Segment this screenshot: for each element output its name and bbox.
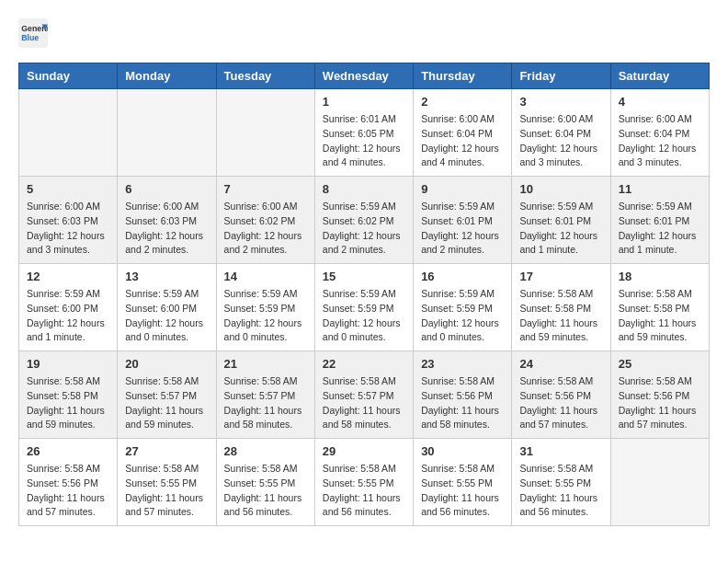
day-info: Sunrise: 5:59 AM Sunset: 6:01 PM Dayligh… — [619, 200, 701, 258]
day-info: Sunrise: 6:00 AM Sunset: 6:04 PM Dayligh… — [619, 112, 701, 170]
day-info: Sunrise: 5:59 AM Sunset: 6:00 PM Dayligh… — [27, 287, 109, 345]
day-info: Sunrise: 5:59 AM Sunset: 6:00 PM Dayligh… — [125, 287, 208, 345]
day-info: Sunrise: 5:58 AM Sunset: 5:58 PM Dayligh… — [27, 374, 109, 432]
day-number: 31 — [519, 444, 602, 458]
day-number: 19 — [27, 357, 109, 371]
column-header-sunday: Sunday — [19, 63, 118, 89]
day-number: 30 — [421, 444, 504, 458]
day-number: 7 — [224, 182, 307, 196]
day-info: Sunrise: 5:58 AM Sunset: 5:55 PM Dayligh… — [519, 462, 602, 520]
calendar-cell: 28Sunrise: 5:58 AM Sunset: 5:55 PM Dayli… — [216, 439, 314, 526]
day-number: 25 — [619, 357, 701, 371]
calendar-cell: 14Sunrise: 5:59 AM Sunset: 5:59 PM Dayli… — [216, 264, 314, 351]
day-info: Sunrise: 6:01 AM Sunset: 6:05 PM Dayligh… — [323, 112, 405, 170]
day-number: 1 — [323, 95, 405, 109]
day-number: 11 — [619, 182, 701, 196]
calendar-cell: 5Sunrise: 6:00 AM Sunset: 6:03 PM Daylig… — [19, 177, 118, 264]
day-number: 26 — [27, 444, 109, 458]
column-header-thursday: Thursday — [414, 63, 512, 89]
day-info: Sunrise: 5:58 AM Sunset: 5:58 PM Dayligh… — [519, 287, 602, 345]
day-number: 13 — [125, 270, 208, 283]
day-info: Sunrise: 6:00 AM Sunset: 6:03 PM Dayligh… — [27, 200, 109, 258]
day-info: Sunrise: 6:00 AM Sunset: 6:03 PM Dayligh… — [125, 200, 208, 258]
calendar-cell: 31Sunrise: 5:58 AM Sunset: 5:55 PM Dayli… — [512, 439, 610, 526]
logo: General Blue — [18, 18, 51, 48]
calendar-cell: 2Sunrise: 6:00 AM Sunset: 6:04 PM Daylig… — [414, 89, 512, 177]
day-info: Sunrise: 5:59 AM Sunset: 5:59 PM Dayligh… — [224, 287, 307, 345]
calendar-week-row: 5Sunrise: 6:00 AM Sunset: 6:03 PM Daylig… — [19, 177, 710, 264]
calendar-week-row: 19Sunrise: 5:58 AM Sunset: 5:58 PM Dayli… — [19, 351, 710, 439]
logo-icon: General Blue — [18, 18, 48, 48]
calendar-cell — [610, 439, 709, 526]
day-info: Sunrise: 5:59 AM Sunset: 5:59 PM Dayligh… — [323, 287, 405, 345]
day-info: Sunrise: 5:58 AM Sunset: 5:57 PM Dayligh… — [224, 374, 307, 432]
day-number: 16 — [421, 270, 504, 283]
day-info: Sunrise: 5:58 AM Sunset: 5:58 PM Dayligh… — [619, 287, 701, 345]
day-number: 21 — [224, 357, 307, 371]
day-number: 23 — [421, 357, 504, 371]
column-header-friday: Friday — [512, 63, 610, 89]
day-number: 15 — [323, 270, 405, 283]
calendar-cell: 18Sunrise: 5:58 AM Sunset: 5:58 PM Dayli… — [610, 264, 709, 351]
calendar-cell: 26Sunrise: 5:58 AM Sunset: 5:56 PM Dayli… — [19, 439, 118, 526]
day-number: 2 — [421, 95, 504, 109]
calendar-cell: 3Sunrise: 6:00 AM Sunset: 6:04 PM Daylig… — [512, 89, 610, 177]
column-header-wednesday: Wednesday — [314, 63, 413, 89]
calendar-cell: 27Sunrise: 5:58 AM Sunset: 5:55 PM Dayli… — [118, 439, 216, 526]
calendar-cell: 9Sunrise: 5:59 AM Sunset: 6:01 PM Daylig… — [414, 177, 512, 264]
day-number: 9 — [421, 182, 504, 196]
day-number: 6 — [125, 182, 208, 196]
calendar-cell: 7Sunrise: 6:00 AM Sunset: 6:02 PM Daylig… — [216, 177, 314, 264]
day-number: 24 — [519, 357, 602, 371]
column-header-saturday: Saturday — [610, 63, 709, 89]
calendar-cell: 12Sunrise: 5:59 AM Sunset: 6:00 PM Dayli… — [19, 264, 118, 351]
calendar-cell: 19Sunrise: 5:58 AM Sunset: 5:58 PM Dayli… — [19, 351, 118, 439]
day-info: Sunrise: 5:59 AM Sunset: 6:02 PM Dayligh… — [323, 200, 405, 258]
day-number: 12 — [27, 270, 109, 283]
day-info: Sunrise: 5:58 AM Sunset: 5:55 PM Dayligh… — [125, 462, 208, 520]
calendar-cell: 29Sunrise: 5:58 AM Sunset: 5:55 PM Dayli… — [314, 439, 413, 526]
day-info: Sunrise: 5:58 AM Sunset: 5:56 PM Dayligh… — [619, 374, 701, 432]
calendar-cell: 16Sunrise: 5:59 AM Sunset: 5:59 PM Dayli… — [414, 264, 512, 351]
calendar-cell: 6Sunrise: 6:00 AM Sunset: 6:03 PM Daylig… — [118, 177, 216, 264]
day-info: Sunrise: 6:00 AM Sunset: 6:02 PM Dayligh… — [224, 200, 307, 258]
calendar-week-row: 12Sunrise: 5:59 AM Sunset: 6:00 PM Dayli… — [19, 264, 710, 351]
day-number: 22 — [323, 357, 405, 371]
calendar-cell: 30Sunrise: 5:58 AM Sunset: 5:55 PM Dayli… — [414, 439, 512, 526]
day-info: Sunrise: 6:00 AM Sunset: 6:04 PM Dayligh… — [519, 112, 602, 170]
calendar-cell: 20Sunrise: 5:58 AM Sunset: 5:57 PM Dayli… — [118, 351, 216, 439]
day-number: 10 — [519, 182, 602, 196]
day-info: Sunrise: 5:58 AM Sunset: 5:57 PM Dayligh… — [323, 374, 405, 432]
page-header: General Blue — [18, 18, 710, 48]
calendar-cell: 11Sunrise: 5:59 AM Sunset: 6:01 PM Dayli… — [610, 177, 709, 264]
day-info: Sunrise: 5:59 AM Sunset: 6:01 PM Dayligh… — [421, 200, 504, 258]
calendar-header-row: SundayMondayTuesdayWednesdayThursdayFrid… — [19, 63, 710, 89]
day-info: Sunrise: 5:58 AM Sunset: 5:55 PM Dayligh… — [323, 462, 405, 520]
day-number: 18 — [619, 270, 701, 283]
day-number: 4 — [619, 95, 701, 109]
day-info: Sunrise: 5:58 AM Sunset: 5:55 PM Dayligh… — [224, 462, 307, 520]
calendar-cell: 23Sunrise: 5:58 AM Sunset: 5:56 PM Dayli… — [414, 351, 512, 439]
day-info: Sunrise: 5:58 AM Sunset: 5:56 PM Dayligh… — [421, 374, 504, 432]
day-number: 27 — [125, 444, 208, 458]
calendar-cell: 24Sunrise: 5:58 AM Sunset: 5:56 PM Dayli… — [512, 351, 610, 439]
day-number: 17 — [519, 270, 602, 283]
day-number: 29 — [323, 444, 405, 458]
column-header-tuesday: Tuesday — [216, 63, 314, 89]
calendar-cell: 17Sunrise: 5:58 AM Sunset: 5:58 PM Dayli… — [512, 264, 610, 351]
column-header-monday: Monday — [118, 63, 216, 89]
calendar-cell: 1Sunrise: 6:01 AM Sunset: 6:05 PM Daylig… — [314, 89, 413, 177]
calendar-cell — [216, 89, 314, 177]
calendar-cell: 4Sunrise: 6:00 AM Sunset: 6:04 PM Daylig… — [610, 89, 709, 177]
calendar-cell: 8Sunrise: 5:59 AM Sunset: 6:02 PM Daylig… — [314, 177, 413, 264]
day-number: 5 — [27, 182, 109, 196]
calendar-cell — [19, 89, 118, 177]
calendar-cell — [118, 89, 216, 177]
day-info: Sunrise: 6:00 AM Sunset: 6:04 PM Dayligh… — [421, 112, 504, 170]
day-info: Sunrise: 5:58 AM Sunset: 5:55 PM Dayligh… — [421, 462, 504, 520]
calendar-week-row: 26Sunrise: 5:58 AM Sunset: 5:56 PM Dayli… — [19, 439, 710, 526]
calendar-cell: 13Sunrise: 5:59 AM Sunset: 6:00 PM Dayli… — [118, 264, 216, 351]
calendar-cell: 22Sunrise: 5:58 AM Sunset: 5:57 PM Dayli… — [314, 351, 413, 439]
day-number: 3 — [519, 95, 602, 109]
calendar-cell: 21Sunrise: 5:58 AM Sunset: 5:57 PM Dayli… — [216, 351, 314, 439]
